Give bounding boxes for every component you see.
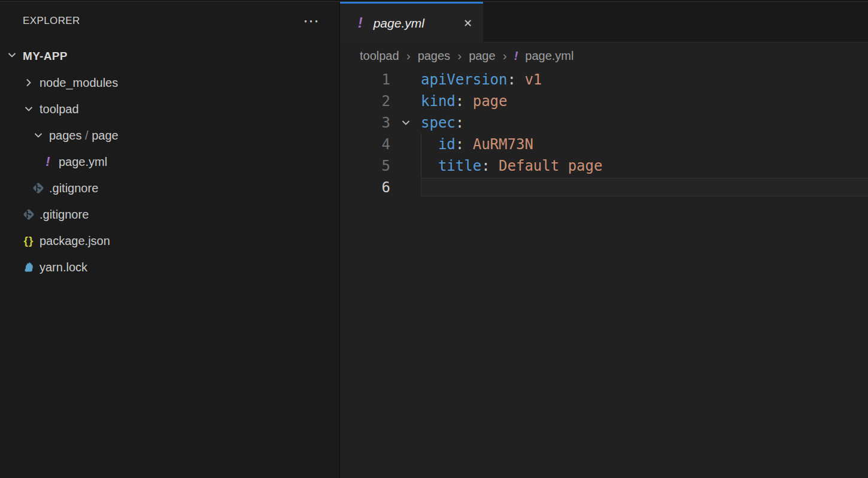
line-number: 1	[340, 69, 390, 90]
code-line-5[interactable]: 5 title: Default page	[340, 155, 868, 177]
tabbar-divider	[483, 42, 868, 43]
token-key: kind	[421, 93, 456, 110]
code-line-1[interactable]: 1apiVersion: v1	[340, 69, 868, 90]
tab-page-yml[interactable]: ! page.yml ✕	[340, 2, 483, 43]
token-plain	[516, 71, 524, 88]
tree-item-label: toolpad	[40, 102, 79, 116]
token-plain	[421, 158, 438, 174]
explorer-header: EXPLORER ⋯	[0, 2, 339, 40]
icon-slot	[22, 103, 36, 115]
yarn-icon	[22, 260, 36, 274]
token-plain	[464, 93, 472, 110]
token-val: page	[473, 93, 508, 110]
token-punct: :	[456, 93, 464, 110]
yaml-icon: !	[358, 15, 363, 31]
yaml-icon: !	[514, 49, 518, 63]
token-key: apiVersion	[421, 71, 508, 88]
icon-slot	[31, 129, 45, 141]
chevron-down-icon	[32, 129, 44, 141]
line-number: 2	[340, 90, 390, 112]
breadcrumb-separator-icon: ›	[406, 49, 411, 63]
tree-root-my-app[interactable]: MY-APP	[0, 46, 339, 66]
token-key: id	[438, 136, 456, 153]
code-line-3[interactable]: 3spec:	[340, 112, 868, 134]
fold-column	[390, 134, 421, 155]
token-val: Default page	[499, 158, 602, 174]
fold-column	[390, 177, 421, 198]
tree-file-gitignore[interactable]: .gitignore	[0, 201, 339, 228]
tree-item-label: .gitignore	[40, 208, 89, 222]
token-plain	[464, 136, 472, 153]
yaml-icon: !	[45, 154, 50, 170]
chevron-down-icon	[6, 49, 18, 61]
tree-folder-toolpad[interactable]: toolpad	[0, 96, 339, 122]
git-icon	[31, 181, 45, 195]
icon-slot	[22, 260, 36, 274]
icon-slot	[22, 207, 36, 222]
code-line-content: kind: page	[421, 90, 868, 112]
code-line-content	[421, 177, 868, 198]
token-val: v1	[524, 71, 542, 88]
tree-folder-pages-page[interactable]: pages / page	[0, 122, 339, 149]
breadcrumb-item-file[interactable]: page.yml	[525, 49, 573, 63]
fold-column[interactable]	[390, 112, 421, 134]
tab-bar: ! page.yml ✕	[340, 2, 868, 43]
code-line-2[interactable]: 2kind: page	[340, 90, 868, 112]
token-punct: :	[456, 136, 464, 153]
code-line-content: title: Default page	[421, 155, 868, 177]
tree-file-package-json[interactable]: {}package.json	[0, 228, 339, 254]
tab-label: page.yml	[374, 16, 424, 31]
explorer-sidebar: EXPLORER ⋯ MY-APP node_modulestoolpadpag…	[0, 2, 340, 478]
fold-column	[390, 90, 421, 112]
tree-root-label: MY-APP	[23, 50, 68, 63]
chevron-down-icon	[6, 49, 18, 63]
tree-file-gitignore[interactable]: .gitignore	[0, 175, 339, 201]
code-line-content: apiVersion: v1	[421, 69, 868, 90]
workbench: EXPLORER ⋯ MY-APP node_modulestoolpadpag…	[0, 2, 868, 478]
editor-group: ! page.yml ✕ toolpad›pages›page›!page.ym…	[340, 2, 868, 478]
tree-folder-node-modules[interactable]: node_modules	[0, 69, 339, 96]
vscode-window: EXPLORER ⋯ MY-APP node_modulestoolpadpag…	[0, 0, 868, 478]
fold-column	[390, 69, 421, 90]
breadcrumb: toolpad›pages›page›!page.yml	[340, 43, 868, 69]
tree-file-yarn-lock[interactable]: yarn.lock	[0, 254, 339, 280]
line-number: 6	[340, 177, 390, 198]
token-punct: :	[456, 114, 464, 131]
code-editor[interactable]: 1apiVersion: v12kind: page3spec:4 id: Au…	[340, 69, 868, 198]
icon-slot	[31, 181, 45, 195]
token-plain	[421, 136, 438, 153]
close-icon[interactable]: ✕	[463, 17, 472, 30]
tree-item-label: package.json	[40, 234, 110, 248]
code-line-6[interactable]: 6	[340, 177, 868, 198]
explorer-title: EXPLORER	[23, 15, 80, 27]
breadcrumb-item-pages[interactable]: pages	[418, 49, 451, 63]
code-line-4[interactable]: 4 id: AuRM73N	[340, 134, 868, 155]
token-plain	[490, 158, 499, 174]
icon-slot	[22, 77, 36, 89]
fold-column	[390, 155, 421, 177]
icon-slot: {}	[22, 234, 36, 247]
tree-item-label: page.yml	[59, 155, 107, 169]
tree-item-label: yarn.lock	[40, 261, 87, 274]
more-actions-icon[interactable]: ⋯	[303, 13, 320, 29]
chevron-right-icon	[23, 77, 35, 89]
chevron-down-icon	[23, 103, 35, 115]
line-number: 3	[340, 112, 390, 134]
token-key: title	[438, 158, 481, 174]
code-line-content: spec:	[421, 112, 868, 134]
token-punct: :	[481, 158, 490, 174]
tree-item-label: pages / page	[49, 129, 119, 143]
json-icon: {}	[24, 234, 34, 247]
breadcrumb-separator-icon: ›	[457, 49, 462, 63]
token-punct: :	[508, 71, 516, 88]
tree-file-page-yml[interactable]: !page.yml	[0, 149, 339, 175]
breadcrumb-item-page[interactable]: page	[469, 49, 496, 63]
token-val: AuRM73N	[473, 136, 533, 153]
tree-item-label: .gitignore	[49, 181, 98, 195]
git-icon	[22, 207, 36, 222]
breadcrumb-item-toolpad[interactable]: toolpad	[360, 49, 399, 63]
chevron-down-icon	[400, 117, 412, 129]
token-key: spec	[421, 114, 456, 131]
breadcrumb-separator-icon: ›	[503, 49, 507, 63]
icon-slot: !	[41, 154, 55, 170]
